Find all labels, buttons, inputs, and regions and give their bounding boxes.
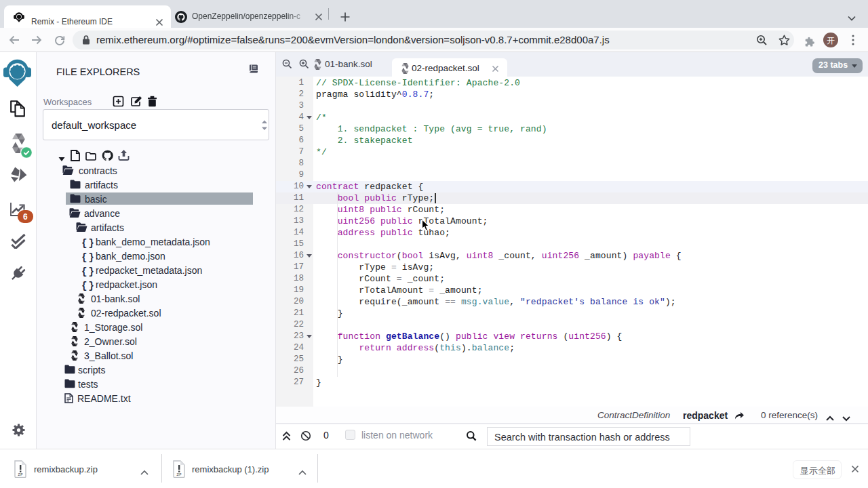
svg-text:ZIP: ZIP [176,473,181,476]
svg-text:ZIP: ZIP [18,473,22,476]
svg-text:开: 开 [827,36,835,45]
